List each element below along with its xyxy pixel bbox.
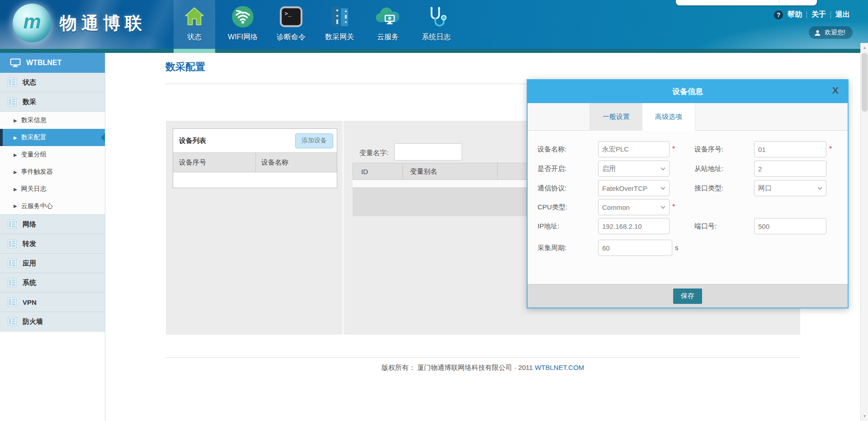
sidebar-item-label: 状态 (23, 78, 36, 87)
interface-type-label: 接口类型: (694, 180, 723, 196)
modal-title: 设备信息 (672, 86, 703, 97)
sidebar-item-label: 数采 (23, 98, 36, 106)
port-label: 端口号: (694, 218, 717, 234)
scrollbar-thumb[interactable] (862, 53, 868, 112)
cpu-type-label: CPU类型: (538, 199, 567, 215)
sidebar-item-applications[interactable]: 应用 (0, 254, 105, 273)
logout-link[interactable]: 退出 (835, 10, 850, 19)
nav-item-diagnostics[interactable]: >_ 诊断命令 (270, 0, 312, 49)
bullet-arrow-icon: ▶ (14, 152, 17, 157)
enabled-label: 是否开启: (538, 161, 566, 177)
tab-general-settings[interactable]: 一般设置 (590, 103, 642, 131)
scrollbar-up-icon[interactable]: ▲ (861, 44, 868, 52)
chevron-down-icon (817, 187, 822, 190)
modal-header: 设备信息 X (528, 80, 848, 103)
chevron-down-icon (660, 206, 665, 209)
device-list-panel: 设备列表 添加设备 设备序号 设备名称 (173, 128, 337, 188)
sidebar-item-label: 系统 (23, 279, 36, 287)
welcome-user-button[interactable]: 欢迎您! (809, 26, 853, 39)
sidebar-item-gateway-log[interactable]: ▶ 网关日志 (0, 180, 105, 198)
sidebar-item-datacollect[interactable]: 数采 (0, 92, 105, 112)
protocol-select[interactable]: FatekOverTCP (598, 180, 670, 196)
main-content: 数采配置 配置导入导出 设备列表 添加设备 设备序号 设备名称 变量名字: 添加… (106, 53, 860, 421)
variable-name-input[interactable] (394, 143, 462, 161)
help-icon: ? (774, 10, 783, 19)
sidebar-item-status[interactable]: 状态 (0, 73, 105, 92)
sidebar-item-datacollect-config[interactable]: ▶ 数采配置 (0, 129, 105, 146)
ip-address-input[interactable] (598, 218, 670, 234)
nav-label: 云服务 (377, 33, 399, 42)
svg-text:>_: >_ (284, 10, 292, 17)
about-link[interactable]: 关于 (811, 10, 826, 19)
sidebar-item-network[interactable]: 网络 (0, 215, 105, 234)
find-bar-divider (779, 0, 779, 4)
add-device-button[interactable]: 添加设备 (295, 133, 333, 148)
stethoscope-icon (424, 4, 449, 30)
sidebar-item-cloud-center[interactable]: ▶ 云服务中心 (0, 198, 105, 215)
device-name-label: 设备名称: (538, 141, 566, 157)
collect-period-input[interactable] (598, 240, 672, 256)
device-serial-input[interactable] (754, 141, 826, 157)
brand-logo: m 物通博联 (13, 4, 146, 43)
nav-label: 状态 (187, 33, 202, 42)
nav-item-status[interactable]: 状态 (174, 0, 215, 49)
sidebar-item-datacollect-info[interactable]: ▶ 数采信息 (0, 112, 105, 129)
help-link[interactable]: 帮助 (788, 10, 802, 19)
sidebar-item-label: 网络 (23, 220, 36, 229)
enabled-select[interactable]: 启用 (598, 161, 670, 177)
sidebar-item-vpn[interactable]: VPN (0, 293, 105, 312)
protocol-label: 通信协议: (538, 180, 566, 196)
nav-label: 数采网关 (325, 33, 354, 42)
grid-icon (7, 297, 17, 307)
footer-divider (165, 357, 800, 358)
welcome-text: 欢迎您! (825, 28, 845, 37)
scrollbar-down-icon[interactable]: ▼ (861, 412, 868, 420)
monitor-icon (10, 58, 21, 67)
required-asterisk: * (672, 141, 675, 157)
nav-item-wifi[interactable]: WIFI网络 (222, 0, 264, 49)
wtblnet-link[interactable]: WTBLNET.COM (535, 364, 584, 371)
interface-type-select[interactable]: 网口 (754, 180, 826, 196)
close-icon[interactable]: X (832, 85, 839, 95)
find-bar-remnant (676, 0, 817, 5)
sidebar-item-system[interactable]: 系统 (0, 273, 105, 293)
nav-item-gateway[interactable]: 数采网关 (319, 0, 360, 49)
device-name-input[interactable] (598, 141, 670, 157)
terminal-icon: >_ (278, 4, 304, 30)
sidebar-item-label: 数采配置 (21, 133, 47, 142)
variable-name-label: 变量名字: (359, 149, 388, 157)
cpu-type-select[interactable]: Common (598, 199, 670, 215)
interface-type-value: 网口 (758, 184, 772, 193)
slave-address-input[interactable] (754, 161, 826, 177)
page-scrollbar[interactable]: ▲ ▼ (860, 43, 868, 421)
sidebar-item-event-triggers[interactable]: ▶ 事件触发器 (0, 163, 105, 180)
sidebar-item-variable-groups[interactable]: ▶ 变量分组 (0, 146, 105, 163)
required-asterisk: * (829, 141, 832, 157)
port-input[interactable] (754, 218, 826, 234)
variable-table-col-id: ID (353, 163, 403, 180)
bullet-arrow-icon: ▶ (14, 118, 17, 123)
copyright-footer: 版权所有： 厦门物通博联网络科技有限公司 · 2011 WTBLNET.COM (165, 364, 800, 372)
grid-icon (7, 219, 17, 229)
bullet-arrow-icon: ▶ (14, 187, 17, 192)
sidebar-item-label: VPN (23, 298, 37, 306)
panel-divider (342, 121, 344, 335)
sidebar-item-firewall[interactable]: 防火墙 (0, 312, 105, 331)
copyright-text: 版权所有： 厦门物通博联网络科技有限公司 · 2011 (382, 364, 533, 371)
save-button[interactable]: 保存 (673, 289, 702, 304)
grid-icon (7, 258, 17, 268)
sidebar-item-label: 应用 (23, 259, 36, 268)
sidebar-item-forwarding[interactable]: 转发 (0, 234, 105, 254)
enabled-value: 启用 (602, 165, 616, 173)
sidebar-item-label: 事件触发器 (21, 168, 53, 176)
nav-item-cloud[interactable]: 云服务 (367, 0, 409, 49)
nav-item-syslog[interactable]: 系统日志 (415, 0, 457, 49)
sidebar-item-label: 云服务中心 (21, 202, 53, 210)
collect-period-label: 采集周期: (538, 240, 566, 256)
wifi-icon (230, 4, 255, 30)
chevron-down-icon (660, 187, 665, 190)
top-header: m 物通博联 状态 WIFI网络 >_ 诊断命令 数采网关 (0, 0, 868, 49)
sidebar-item-label: 转发 (23, 240, 36, 248)
tab-advanced-options[interactable]: 高级选项 (642, 103, 695, 131)
nav-label: WIFI网络 (228, 33, 258, 42)
